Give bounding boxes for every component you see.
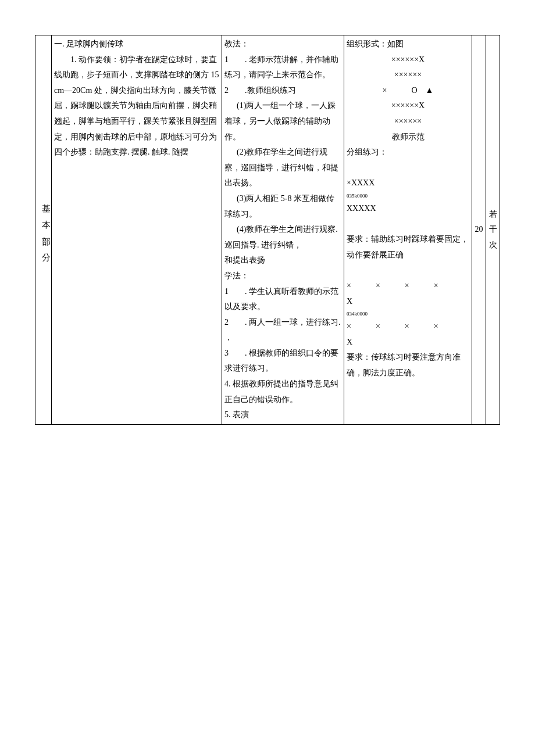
teach-sub-3: (3)两人相距 5-8 米互相做传球练习。 <box>224 191 341 222</box>
teach-item-1: 1 . 老师示范讲解，并作辅助练习，请同学上来示范合作。 <box>224 52 341 83</box>
teacher-demo-label: 教师示范 <box>347 130 469 145</box>
formation-row-1: ××××××X <box>347 52 469 68</box>
tiny-marker-2: 034k0000 <box>347 309 469 319</box>
requirement-1: 要求：辅助练习时踩球着要固定，动作要舒展正确 <box>347 232 469 263</box>
group-row-2: XXXXX <box>347 201 469 217</box>
time-value: 20 <box>475 225 483 234</box>
tiny-marker-1: 035k0000 <box>347 191 469 201</box>
section-label-cell: 基本部分 <box>35 35 52 425</box>
teach-item-2: 2 .教师组织练习 <box>224 83 341 99</box>
formation-row-2: ×××××× <box>347 67 469 83</box>
group-practice-label: 分组练习： <box>347 145 469 160</box>
reps-cell: 若干次 <box>486 35 500 425</box>
teaching-header: 教法： <box>224 40 249 48</box>
study-item-1: 1 . 学生认真听看教师的示范以及要求。 <box>224 284 341 315</box>
content-point: 1. 动作要领：初学者在踢定位球时，要直线助跑，步子短而小，支撑脚踏在球的侧方 … <box>54 52 219 160</box>
teach-sub-4: (4)教师在学生之间进行观察. 巡回指导. 进行纠错， <box>224 222 341 253</box>
empty-space <box>54 160 219 253</box>
reps-value: 若干次 <box>489 210 497 249</box>
study-item-2: 2 . 两人一组一球，进行练习. ， <box>224 315 341 346</box>
point-label: 1. 动作要领： <box>70 55 119 64</box>
org-header: 组织形式：如图 <box>347 40 404 48</box>
practice-line-1: × × × × X <box>347 278 469 309</box>
formation-row-3: × O ▲ <box>347 83 469 99</box>
requirement-2: 要求：传球练习时要注意方向准确，脚法力度正确。 <box>347 350 469 381</box>
study-item-4: 4. 根据教师所提出的指导意见纠正自己的错误动作。 <box>224 377 341 407</box>
study-item-5: 5. 表演 <box>224 407 341 423</box>
teaching-cell: 教法： 1 . 老师示范讲解，并作辅助练习，请同学上来示范合作。 2 .教师组织… <box>222 35 344 425</box>
study-item-3: 3 . 根据教师的组织口令的要求进行练习。 <box>224 346 341 377</box>
teach-sub-1: (1)两人一组一个球，一人踩着球，另一人做踢球的辅助动作。 <box>224 98 341 145</box>
time-cell: 20 <box>472 35 486 425</box>
group-row-1: ×XXXX <box>347 175 469 191</box>
formation-row-4: ××××××X <box>347 98 469 114</box>
section-label: 基本部分 <box>38 197 55 262</box>
teach-sub-5: 和提出表扬 <box>224 253 341 268</box>
organization-cell: 组织形式：如图 ××××××X ×××××× × O ▲ ××××××X ×××… <box>344 35 472 425</box>
teach-sub-2: (2)教师在学生之间进行观察，巡回指导，进行纠错，和提出表扬。 <box>224 145 341 191</box>
content-title: 一. 足球脚内侧传球 <box>54 40 123 48</box>
practice-line-2: × × × × X <box>347 319 469 350</box>
study-header: 学法： <box>224 271 249 280</box>
table-row: 基本部分 一. 足球脚内侧传球 1. 动作要领：初学者在踢定位球时，要直线助跑，… <box>35 35 500 425</box>
lesson-plan-table: 基本部分 一. 足球脚内侧传球 1. 动作要领：初学者在踢定位球时，要直线助跑，… <box>35 35 500 425</box>
formation-row-5: ×××××× <box>347 114 469 130</box>
point-text: 初学者在踢定位球时，要直线助跑，步子短而小，支撑脚踏在球的侧方 15cm—20C… <box>54 55 219 157</box>
content-cell: 一. 足球脚内侧传球 1. 动作要领：初学者在踢定位球时，要直线助跑，步子短而小… <box>52 35 222 425</box>
